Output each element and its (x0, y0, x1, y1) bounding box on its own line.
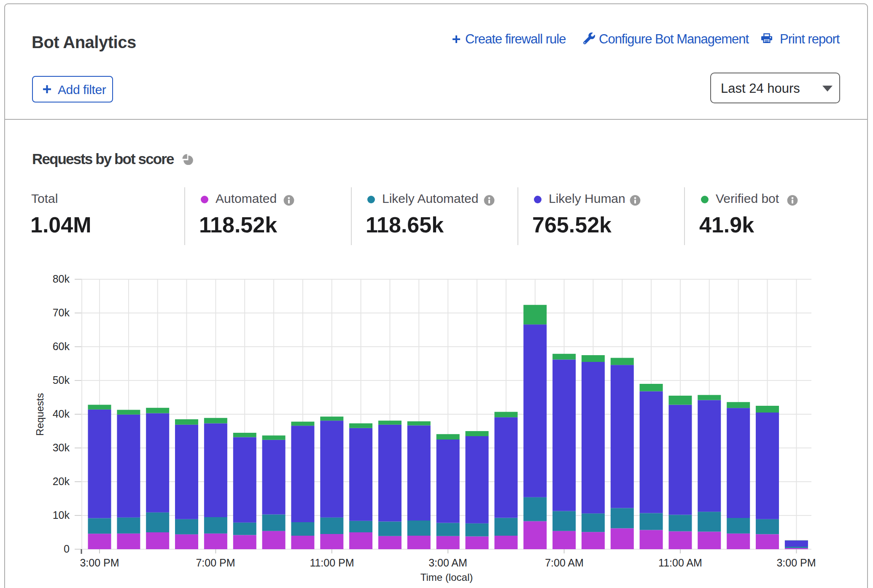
svg-text:10k: 10k (53, 509, 70, 521)
svg-text:60k: 60k (53, 340, 70, 352)
svg-text:50k: 50k (53, 374, 70, 386)
svg-text:3:00 PM: 3:00 PM (80, 557, 119, 569)
svg-text:Requests: Requests (34, 393, 46, 436)
svg-text:3:00 AM: 3:00 AM (428, 557, 467, 569)
svg-text:Time (local): Time (local) (420, 572, 473, 583)
svg-text:7:00 PM: 7:00 PM (196, 557, 235, 569)
svg-text:70k: 70k (53, 307, 70, 318)
svg-text:7:00 AM: 7:00 AM (545, 557, 584, 569)
svg-text:20k: 20k (53, 475, 70, 487)
svg-text:11:00 AM: 11:00 AM (658, 557, 702, 569)
svg-text:3:00 PM: 3:00 PM (776, 557, 816, 569)
svg-text:11:00 PM: 11:00 PM (310, 557, 354, 569)
svg-text:0: 0 (64, 543, 70, 555)
svg-text:40k: 40k (53, 408, 70, 420)
svg-text:80k: 80k (53, 273, 70, 285)
svg-text:30k: 30k (53, 442, 70, 453)
